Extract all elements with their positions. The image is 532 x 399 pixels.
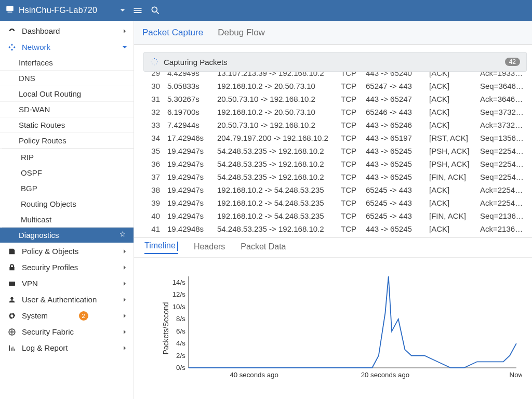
tab-headers[interactable]: Headers	[194, 242, 225, 254]
hamburger-menu-icon[interactable]	[132, 5, 143, 16]
sidebar-item-dashboard[interactable]: Dashboard	[0, 23, 134, 39]
svg-text:20 seconds ago: 20 seconds ago	[361, 371, 409, 379]
chart-icon	[7, 344, 17, 352]
svg-text:2/s: 2/s	[176, 352, 185, 360]
svg-point-2	[152, 7, 157, 12]
chevron-right-icon	[122, 26, 127, 35]
packet-list[interactable]: 294.42949s13.107.213.39 -> 192.168.10.2T…	[143, 72, 527, 235]
timeline-chart: Packets/Second 0/s2/s4/s6/s8/s10/s12/s14…	[134, 258, 532, 399]
packet-row[interactable]: 4019.42947s192.168.10.2 -> 54.248.53.235…	[143, 209, 527, 222]
host-selector[interactable]: HsinChu-FG-Lab720	[5, 5, 125, 16]
hostname: HsinChu-FG-Lab720	[19, 6, 97, 15]
chevron-right-icon	[122, 327, 127, 336]
lock-icon	[7, 263, 17, 272]
lower-panel: Timeline Headers Packet Data Packets/Sec…	[134, 237, 532, 399]
user-icon	[7, 296, 17, 304]
sidebar-item-bgp[interactable]: BGP	[2, 180, 134, 196]
tab-debug-flow[interactable]: Debug Flow	[218, 28, 265, 44]
sidebar-item-label: VPN	[22, 279, 38, 288]
svg-point-8	[157, 61, 158, 62]
svg-point-4	[10, 297, 13, 299]
chevron-right-icon	[122, 343, 127, 352]
chevron-down-icon	[120, 8, 125, 13]
device-icon	[5, 5, 15, 16]
packet-row[interactable]: 3719.42947s54.248.53.235 -> 192.168.10.2…	[143, 170, 527, 183]
sidebar-item-user-auth[interactable]: User & Authentication	[0, 291, 134, 308]
svg-point-13	[152, 59, 152, 60]
chart-ylabel: Packets/Second	[162, 302, 170, 354]
packet-row[interactable]: 337.42944s20.50.73.10 -> 192.168.10.2TCP…	[143, 118, 527, 131]
sidebar-item-local-out-routing[interactable]: Local Out Routing	[0, 86, 134, 102]
sidebar-item-security-fabric[interactable]: Security Fabric	[0, 324, 134, 340]
sidebar-item-policy-routes[interactable]: Policy Routes	[0, 133, 134, 149]
packet-row[interactable]: 3417.42946s204.79.197.200 -> 192.168.10.…	[143, 131, 527, 144]
sidebar-item-label: Network	[22, 43, 50, 51]
sidebar-item-security-profiles[interactable]: Security Profiles	[0, 259, 134, 275]
capture-status-bar: Capturing Packets 42	[143, 52, 527, 72]
svg-text:Now: Now	[510, 371, 522, 379]
chevron-down-icon	[122, 43, 127, 51]
gear-icon	[7, 312, 17, 320]
cursor-icon	[177, 242, 178, 251]
sidebar-item-vpn[interactable]: VPN	[0, 275, 134, 291]
policy-icon	[7, 247, 17, 256]
sidebar-item-sd-wan[interactable]: SD-WAN	[0, 102, 134, 117]
packet-row[interactable]: 294.42949s13.107.213.39 -> 192.168.10.2T…	[143, 72, 527, 79]
packet-row[interactable]: 305.05833s192.168.10.2 -> 20.50.73.10TCP…	[143, 79, 527, 92]
svg-rect-1	[8, 12, 12, 13]
sidebar-item-interfaces[interactable]: Interfaces	[0, 55, 134, 71]
content-tabs: Packet Capture Debug Flow	[134, 21, 532, 45]
packet-row[interactable]: 4119.42948s54.248.53.235 -> 192.168.10.2…	[143, 222, 527, 235]
svg-text:14/s: 14/s	[172, 278, 185, 286]
sidebar-item-rip[interactable]: RIP	[2, 149, 134, 165]
tab-packet-capture[interactable]: Packet Capture	[142, 28, 203, 44]
packet-row[interactable]: 326.19700s192.168.10.2 -> 20.50.73.10TCP…	[143, 105, 527, 118]
svg-point-12	[151, 61, 151, 62]
sidebar-item-label: Policy & Objects	[22, 247, 78, 256]
sidebar-item-static-routes[interactable]: Static Routes	[0, 117, 134, 133]
sidebar-item-label: User & Authentication	[22, 295, 97, 304]
dashboard-icon	[7, 27, 17, 35]
sidebar-item-label: Security Fabric	[22, 327, 74, 336]
svg-point-6	[154, 58, 155, 59]
search-icon[interactable]	[150, 5, 161, 16]
sidebar-item-ospf[interactable]: OSPF	[2, 165, 134, 180]
chevron-right-icon	[122, 295, 127, 304]
svg-point-9	[156, 63, 156, 64]
tab-timeline[interactable]: Timeline	[144, 241, 178, 254]
packet-row[interactable]: 3819.42947s192.168.10.2 -> 54.248.53.235…	[143, 183, 527, 196]
star-icon[interactable]	[119, 231, 126, 240]
notification-badge: 2	[79, 311, 88, 321]
sidebar-item-label: Log & Report	[22, 343, 68, 352]
svg-point-7	[156, 59, 157, 60]
svg-text:8/s: 8/s	[176, 315, 185, 323]
sidebar-item-multicast[interactable]: Multicast	[2, 211, 134, 227]
vpn-icon	[7, 280, 17, 288]
sidebar: Dashboard Network Interfaces DNS Local O…	[0, 21, 134, 399]
svg-text:6/s: 6/s	[176, 327, 185, 335]
sidebar-item-diagnostics[interactable]: Diagnostics	[0, 228, 134, 243]
spinner-icon	[150, 58, 158, 66]
packet-row[interactable]: 3919.42947s192.168.10.2 -> 54.248.53.235…	[143, 196, 527, 209]
svg-rect-3	[9, 282, 15, 286]
chevron-right-icon	[122, 247, 127, 256]
chevron-right-icon	[122, 311, 127, 320]
tab-packet-data[interactable]: Packet Data	[241, 242, 286, 254]
content: Packet Capture Debug Flow Capturing Pack…	[134, 21, 532, 399]
sidebar-item-system[interactable]: System 2	[0, 308, 134, 324]
sidebar-item-dns[interactable]: DNS	[0, 71, 134, 86]
sidebar-item-routing-objects[interactable]: Routing Objects	[2, 196, 134, 211]
packet-row[interactable]: 3619.42947s54.248.53.235 -> 192.168.10.2…	[143, 157, 527, 170]
svg-point-10	[154, 64, 154, 65]
sidebar-item-label: Dashboard	[22, 26, 60, 35]
sidebar-item-policy-objects[interactable]: Policy & Objects	[0, 243, 134, 259]
packet-row[interactable]: 315.30267s20.50.73.10 -> 192.168.10.2TCP…	[143, 92, 527, 105]
svg-point-11	[152, 63, 152, 64]
sidebar-item-log-report[interactable]: Log & Report	[0, 340, 134, 356]
packet-row[interactable]: 3519.42947s54.248.53.235 -> 192.168.10.2…	[143, 144, 527, 157]
lower-tabs: Timeline Headers Packet Data	[134, 238, 532, 258]
network-icon	[7, 43, 17, 51]
svg-text:40 seconds ago: 40 seconds ago	[230, 371, 278, 379]
sidebar-item-label: System	[22, 311, 48, 320]
sidebar-item-network[interactable]: Network	[0, 39, 134, 55]
